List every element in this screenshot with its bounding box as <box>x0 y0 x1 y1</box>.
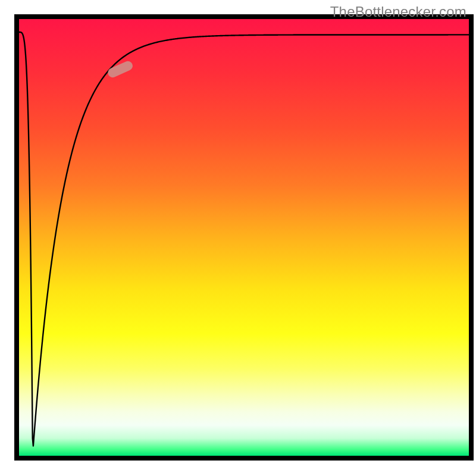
chart-stage: TheBottlenecker.com <box>0 0 476 476</box>
chart-svg <box>0 0 476 476</box>
plot-background <box>19 19 469 456</box>
